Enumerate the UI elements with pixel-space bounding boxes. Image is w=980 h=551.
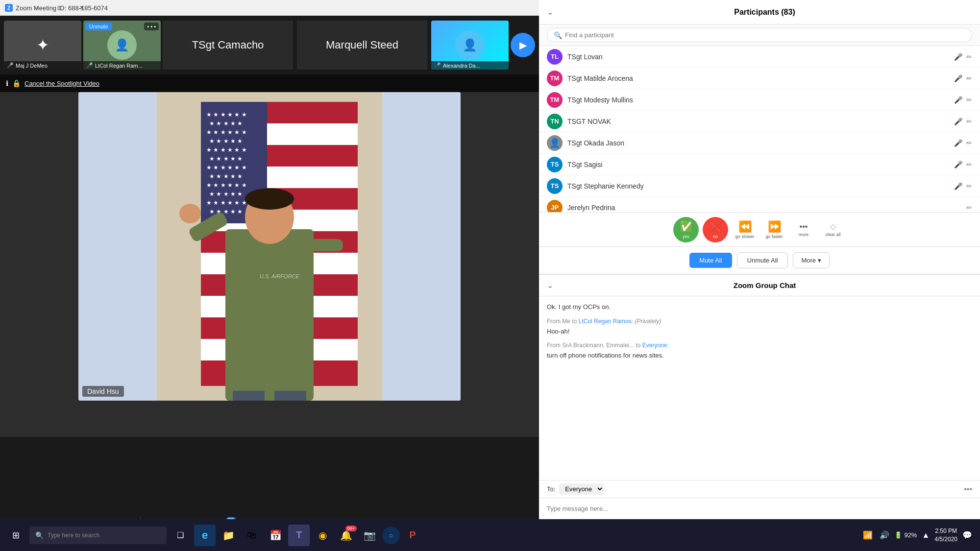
svg-point-24 (245, 188, 294, 210)
to-label: To: (547, 485, 555, 493)
clear-all-button[interactable]: ◇ clear all (820, 217, 846, 242)
participant-name: Alexandra Da... (443, 63, 480, 69)
collapse-chat-button[interactable]: ⌄ (547, 281, 553, 290)
task-view-icon: ❑ (177, 530, 184, 540)
title-bar: Z Zoom Meeting ID: 688-185-6074 – □ ✕ (0, 0, 539, 16)
unmute-all-button[interactable]: Unmute All (737, 252, 788, 268)
participant-name: TSGT NOVAK (567, 118, 949, 125)
go-slower-button[interactable]: ⏪ go slower (732, 217, 758, 242)
svg-text:★ ★ ★ ★ ★: ★ ★ ★ ★ ★ (209, 208, 243, 215)
minimize-button[interactable]: – (25, 0, 48, 16)
camera-icon: 📷 (364, 529, 376, 541)
chevron-tray-icon[interactable]: ▲ (920, 529, 931, 542)
teams-button[interactable]: T (288, 525, 310, 546)
sound-icon[interactable]: 🔊 (878, 528, 891, 542)
chat-message: Ok. I got my OCPs on. (547, 302, 972, 312)
info-icon: ℹ (6, 79, 8, 87)
window-controls[interactable]: – □ ✕ (25, 0, 93, 16)
more-participant-icon[interactable]: ✏ (966, 161, 972, 168)
mute-participant-icon[interactable]: 🎤 (954, 182, 962, 190)
svg-text:★ ★ ★ ★ ★: ★ ★ ★ ★ ★ (209, 138, 243, 144)
svg-text:★ ★ ★ ★ ★ ★: ★ ★ ★ ★ ★ ★ (206, 146, 247, 153)
more-participant-icon[interactable]: ✏ (966, 139, 972, 147)
mute-all-button[interactable]: Mute All (689, 253, 732, 268)
close-button[interactable]: ✕ (71, 0, 93, 16)
chat-input-field[interactable] (547, 505, 972, 512)
participant-name: TSgt Stephanie Kennedy (567, 182, 949, 190)
next-participants-button[interactable]: ▶ (511, 33, 535, 57)
store-icon: 🛍 (247, 529, 257, 541)
notifications-tray-icon[interactable]: 💬 (960, 528, 974, 542)
participant-name: Maj J DeMeo (16, 63, 48, 69)
more-participant-icon[interactable]: ✏ (966, 96, 972, 104)
chrome-button[interactable]: ◉ (312, 525, 333, 546)
participant-actions: 🎤 ✏ (954, 118, 972, 125)
unmute-button[interactable]: Unmute (85, 23, 112, 30)
notifications-app-button[interactable]: 🔔 99+ (335, 525, 357, 546)
clock-time: 2:50 PM (934, 527, 957, 535)
chat-panel: ⌄ Zoom Group Chat Ok. I got my OCPs on. … (539, 274, 980, 519)
participant-avatar: TS (547, 157, 563, 172)
calendar-button[interactable]: 📅 (265, 525, 286, 546)
chat-options-button[interactable]: ••• (964, 485, 972, 494)
yes-label: yes (683, 234, 689, 239)
chat-recipient-dropdown[interactable]: Everyone (559, 483, 604, 495)
participants-panel: ⌄ Participants (83) 🔍 TL TSgt Lovan 🎤 ✏ … (539, 0, 980, 274)
participant-avatar: TS (547, 178, 563, 194)
system-clock[interactable]: 2:50 PM 4/5/2020 (934, 527, 957, 544)
options-button[interactable]: • • • (144, 23, 159, 30)
go-slower-label: go slower (735, 234, 755, 239)
info-text[interactable]: Cancel the Spotlight Video (24, 80, 99, 87)
participant-actions: 🎤 ✏ (954, 96, 972, 104)
task-view-button[interactable]: ❑ (169, 524, 192, 547)
more-participant-icon[interactable]: ✏ (966, 74, 972, 82)
maximize-button[interactable]: □ (48, 0, 71, 16)
mute-participant-icon[interactable]: 🎤 (954, 161, 962, 168)
more-participant-icon[interactable]: ✏ (966, 204, 972, 212)
mute-participant-icon[interactable]: 🎤 (954, 74, 962, 82)
more-reactions-button[interactable]: ••• more (791, 217, 816, 242)
mute-participant-icon[interactable]: 🎤 (954, 96, 962, 104)
participant-tile-alexandra[interactable]: 👤 🎤 Alexandra Da... (431, 21, 509, 70)
camera-taskbar-button[interactable]: 📷 (359, 525, 380, 546)
reaction-buttons-row: ✅ yes ❌ no ⏪ go slower ⏩ go faster ••• m… (539, 212, 980, 246)
more-participant-icon[interactable]: ✏ (966, 118, 972, 125)
yes-reaction-button[interactable]: ✅ yes (673, 217, 699, 242)
participant-tile-camacho[interactable]: TSgt Camacho (163, 21, 293, 70)
store-button[interactable]: 🛍 (241, 525, 263, 546)
edge-app-button[interactable]: e (194, 525, 216, 546)
mute-participant-icon[interactable]: 🎤 (954, 53, 962, 61)
participant-actions: 🎤 ✏ (954, 53, 972, 61)
taskbar-search-container[interactable]: 🔍 Type here to search (29, 527, 167, 544)
no-reaction-button[interactable]: ❌ no (703, 217, 728, 242)
mute-participant-icon[interactable]: 🎤 (954, 118, 962, 125)
participant-name-display: TSgt Camacho (192, 39, 264, 51)
windows-start-button[interactable]: ⊞ (4, 524, 27, 547)
more-participant-icon[interactable]: ✏ (966, 53, 972, 61)
participant-tile-maj-demeo[interactable]: ✦ 🎤 Maj J DeMeo (4, 21, 81, 70)
svg-text:★ ★ ★ ★ ★ ★: ★ ★ ★ ★ ★ ★ (206, 199, 247, 206)
message-meta: From Me to LtCol Regan Ramos: (Privately… (547, 317, 972, 326)
participant-tile-ltcol[interactable]: 👤 Unmute • • • 🎤 LtCol Regan Ram... (83, 21, 161, 70)
more-participant-icon[interactable]: ✏ (966, 182, 972, 190)
participant-tile-steed[interactable]: Marquell Steed (297, 21, 427, 70)
more-icon: ••• (800, 222, 808, 231)
participant-name: TSgt Okada Jason (567, 139, 949, 147)
powerpoint-button[interactable]: P (402, 525, 423, 546)
go-slower-icon: ⏪ (738, 220, 752, 233)
mute-participant-icon[interactable]: 🎤 (954, 139, 962, 147)
participant-row: 👤 TSgt Okada Jason 🎤 ✏ (539, 132, 980, 154)
battery-indicator: 🔋 92% (894, 531, 917, 539)
more-controls-button[interactable]: More ▾ (793, 252, 829, 268)
collapse-participants-button[interactable]: ⌄ (547, 7, 553, 17)
message-text: Ok. I got my OCPs on. (547, 303, 611, 311)
svg-text:★ ★ ★ ★ ★ ★: ★ ★ ★ ★ ★ ★ (206, 164, 247, 171)
participant-row: TS TSgt Stephanie Kennedy 🎤 ✏ (539, 175, 980, 197)
participants-title: Participants (83) (557, 8, 972, 17)
cortana-button[interactable]: ○ (382, 527, 400, 544)
go-faster-button[interactable]: ⏩ go faster (761, 217, 787, 242)
network-icon[interactable]: 📶 (861, 528, 875, 542)
file-explorer-button[interactable]: 📁 (218, 525, 239, 546)
mute-icon: 🎤 (86, 62, 93, 69)
participant-search-input[interactable] (547, 28, 972, 42)
